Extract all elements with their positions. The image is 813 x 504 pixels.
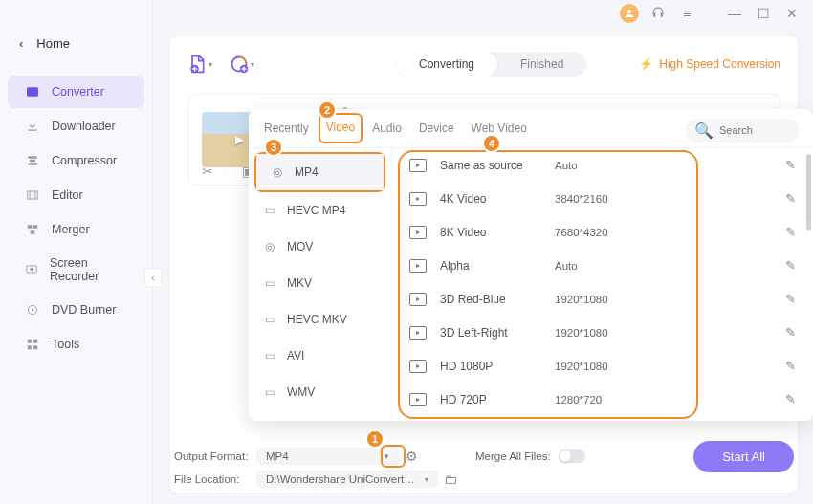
minimize-icon[interactable]: —: [725, 4, 744, 23]
tab-audio[interactable]: Audio: [370, 118, 404, 142]
headset-icon[interactable]: [648, 4, 668, 23]
file-location-value: D:\Wondershare UniConverter 1: [266, 473, 419, 485]
output-format-select[interactable]: MP4 ▼: [256, 448, 400, 465]
menu-icon[interactable]: ≡: [677, 4, 696, 23]
open-folder-icon[interactable]: 🗀: [444, 471, 457, 487]
settings-gear-icon[interactable]: ⚙: [406, 449, 418, 464]
file-location-select[interactable]: D:\Wondershare UniConverter 1 ▾: [256, 471, 438, 488]
video-icon: [409, 393, 427, 406]
video-icon: [409, 226, 427, 239]
callout-4: 4: [482, 134, 501, 153]
format-icon: ▭: [262, 312, 277, 327]
dvd-burner-icon: [25, 302, 40, 318]
svg-point-7: [32, 309, 33, 311]
sidebar-item-label: Converter: [52, 85, 104, 99]
high-speed-conversion[interactable]: ⚡High Speed Conversion: [639, 57, 780, 71]
preset-item[interactable]: 3D Left-Right1920*1080✎: [392, 316, 813, 349]
close-icon[interactable]: ✕: [782, 4, 802, 23]
format-label: HEVC MP4: [287, 204, 345, 217]
preset-item[interactable]: HD 720P1280*720✎: [392, 383, 813, 416]
sidebar-item-tools[interactable]: Tools: [8, 328, 144, 361]
format-item-mov[interactable]: ◎MOV: [249, 229, 391, 265]
sidebar: ‹ Home Converter Downloader Compressor E…: [0, 0, 153, 504]
edit-icon[interactable]: ✎: [785, 191, 796, 206]
format-list[interactable]: ◎MP4 ▭HEVC MP4 ◎MOV ▭MKV ▭HEVC MKV ▭AVI …: [249, 148, 392, 421]
merge-all-switch[interactable]: [559, 449, 585, 463]
tab-finished[interactable]: Finished: [497, 52, 586, 77]
sidebar-item-converter[interactable]: Converter: [8, 76, 144, 108]
preset-item[interactable]: 8K Video7680*4320✎: [392, 215, 813, 249]
sidebar-item-dvd-burner[interactable]: DVD Burner: [8, 294, 144, 326]
search-box[interactable]: 🔍: [685, 119, 800, 142]
trim-icon[interactable]: ✂: [202, 164, 213, 179]
add-file-button[interactable]: ▾: [187, 55, 212, 74]
format-item-mp4[interactable]: ◎MP4: [256, 154, 384, 190]
sidebar-item-downloader[interactable]: Downloader: [8, 110, 144, 142]
preset-item[interactable]: 3D Red-Blue1920*1080✎: [392, 282, 813, 316]
sidebar-item-merger[interactable]: Merger: [8, 213, 144, 246]
tools-icon: [25, 337, 40, 352]
format-item-hevc-mkv[interactable]: ▭HEVC MKV: [249, 301, 391, 338]
tab-device[interactable]: Device: [417, 118, 456, 142]
preset-item[interactable]: HD 1080P1920*1080✎: [392, 349, 813, 383]
sidebar-collapse-icon[interactable]: ‹: [144, 268, 162, 287]
edit-icon[interactable]: ✎: [785, 158, 796, 172]
tab-converting[interactable]: Converting: [396, 52, 497, 77]
preset-res: 3840*2160: [555, 193, 641, 205]
format-icon: ◎: [262, 239, 277, 254]
format-label: MKV: [287, 276, 312, 290]
home-label: Home: [36, 36, 70, 51]
edit-icon[interactable]: ✎: [785, 359, 796, 373]
chevron-down-icon: ▼: [383, 452, 390, 461]
format-panel: Recently Video Audio Device Web Video 🔍 …: [249, 109, 813, 421]
output-format-value: MP4: [266, 450, 289, 462]
format-item-wmv[interactable]: ▭WMV: [249, 374, 391, 410]
preset-res: 1920*1080: [555, 327, 641, 339]
video-icon: [409, 360, 427, 373]
toolbar: ▾ ▾ Converting Finished ⚡High Speed Conv…: [187, 48, 780, 80]
sidebar-item-label: Screen Recorder: [50, 256, 127, 283]
screen-recorder-icon: [25, 262, 38, 277]
callout-2: 2: [318, 100, 337, 120]
preset-res: 7680*4320: [555, 227, 641, 238]
tab-video[interactable]: Video: [324, 117, 357, 143]
video-icon: [409, 293, 427, 306]
edit-icon[interactable]: ✎: [785, 325, 796, 340]
format-item-mkv[interactable]: ▭MKV: [249, 265, 391, 301]
output-format-label: Output Format:: [174, 450, 256, 462]
format-label: MP4: [295, 165, 319, 179]
merger-icon: [25, 222, 40, 237]
sidebar-item-label: Compressor: [52, 154, 117, 167]
edit-icon[interactable]: ✎: [785, 392, 796, 406]
add-dvd-button[interactable]: ▾: [230, 55, 254, 74]
back-home[interactable]: ‹ Home: [0, 29, 152, 58]
format-item-avi[interactable]: ▭AVI: [249, 338, 391, 374]
preset-name: Same as source: [440, 159, 555, 172]
preset-item[interactable]: 4K Video3840*2160✎: [392, 182, 813, 215]
search-input[interactable]: [719, 124, 796, 136]
start-all-button[interactable]: Start All: [693, 441, 794, 472]
maximize-icon[interactable]: ☐: [754, 4, 773, 23]
video-icon: [409, 259, 427, 273]
format-item-m4v[interactable]: ▭M4V: [249, 410, 391, 421]
editor-icon: [25, 187, 40, 203]
preset-name: HD 720P: [440, 393, 555, 406]
bolt-icon: ⚡: [639, 57, 653, 71]
preset-item[interactable]: Same as sourceAuto✎: [392, 148, 813, 182]
video-icon: [409, 326, 427, 340]
format-icon: ◎: [270, 164, 285, 180]
format-item-hevc-mp4[interactable]: ▭HEVC MP4: [249, 192, 391, 229]
avatar-icon[interactable]: [620, 4, 639, 23]
preset-res: 1920*1080: [555, 361, 641, 372]
sidebar-item-editor[interactable]: Editor: [8, 179, 144, 211]
preset-list[interactable]: Same as sourceAuto✎ 4K Video3840*2160✎ 8…: [392, 148, 813, 421]
edit-icon[interactable]: ✎: [785, 225, 796, 239]
sidebar-item-screen-recorder[interactable]: Screen Recorder: [8, 248, 144, 292]
scrollbar-thumb[interactable]: [806, 154, 811, 230]
edit-icon[interactable]: ✎: [785, 258, 796, 273]
preset-item[interactable]: AlphaAuto✎: [392, 249, 813, 282]
preset-res: 1920*1080: [555, 294, 641, 305]
sidebar-item-compressor[interactable]: Compressor: [8, 144, 144, 177]
sidebar-item-label: Merger: [52, 223, 90, 236]
edit-icon[interactable]: ✎: [785, 292, 796, 306]
